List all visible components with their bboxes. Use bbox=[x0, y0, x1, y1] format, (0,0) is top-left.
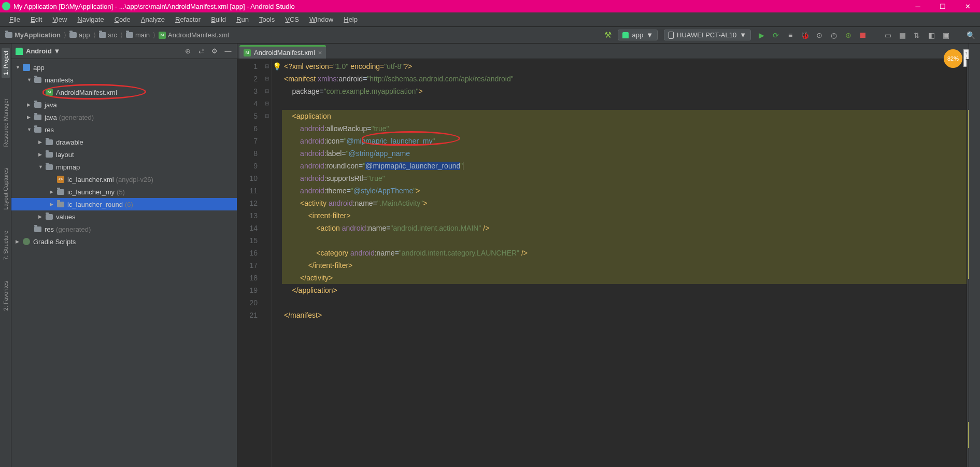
folder-icon bbox=[34, 227, 41, 232]
module-selector[interactable]: app ▼ bbox=[618, 30, 658, 40]
folder-icon bbox=[57, 189, 64, 195]
menu-window[interactable]: Window bbox=[304, 13, 338, 25]
avd-manager-icon[interactable]: ▭ bbox=[884, 31, 892, 39]
project-view-title[interactable]: Android ▼ bbox=[26, 47, 179, 55]
tree-item-java[interactable]: ▶java(generated) bbox=[11, 111, 237, 123]
menu-tools[interactable]: Tools bbox=[254, 13, 280, 25]
scroll-from-source-icon[interactable]: ⊕ bbox=[183, 47, 192, 56]
attach-debugger-button[interactable]: ⊙ bbox=[815, 31, 823, 39]
close-tab-icon[interactable]: × bbox=[318, 49, 322, 56]
folder-icon bbox=[99, 32, 106, 38]
tool-tab-7--structure[interactable]: 7: Structure bbox=[3, 231, 9, 260]
tool-tab-resource-manager[interactable]: Resource Manager bbox=[3, 98, 9, 147]
intention-gutter[interactable]: 💡 bbox=[272, 59, 282, 467]
menu-help[interactable]: Help bbox=[338, 13, 363, 25]
tool-tab-2--favorites[interactable]: 2: Favorites bbox=[3, 281, 9, 310]
menu-run[interactable]: Run bbox=[231, 13, 254, 25]
hide-tool-window-icon[interactable]: — bbox=[223, 47, 233, 56]
settings-gear-icon[interactable]: ⚙ bbox=[210, 47, 219, 56]
profiler-button[interactable]: ◷ bbox=[830, 31, 838, 39]
minimize-button[interactable]: ─ bbox=[905, 0, 930, 12]
menu-file[interactable]: File bbox=[4, 13, 25, 25]
expand-arrow-icon[interactable]: ▼ bbox=[16, 65, 21, 70]
tree-item-label: java bbox=[45, 114, 57, 121]
menu-refactor[interactable]: Refactor bbox=[170, 13, 206, 25]
toolbar-right: ⚒ app ▼ HUAWEI PCT-AL10 ▼ ▶ ⟳ ≡ 🐞 ⊙ ◷ ⊛ … bbox=[604, 30, 980, 40]
tree-item-ic-launcher-my[interactable]: ▶ic_launcher_my(5) bbox=[11, 186, 237, 198]
menu-vcs[interactable]: VCS bbox=[280, 13, 304, 25]
tree-item-layout[interactable]: ▶layout bbox=[11, 148, 237, 161]
apply-changes-button[interactable]: ⟳ bbox=[772, 31, 780, 39]
tool-tab-1--project[interactable]: 1: Project bbox=[2, 48, 10, 78]
code-editor[interactable]: 123456789101112131415161718192021 ⊟⊟⊟⊟⊟ … bbox=[237, 59, 980, 467]
fold-gutter[interactable]: ⊟⊟⊟⊟⊟ bbox=[262, 59, 272, 467]
expand-arrow-icon[interactable]: ▼ bbox=[38, 164, 44, 169]
profile-debug-button[interactable]: ⊛ bbox=[844, 31, 853, 39]
expand-arrow-icon[interactable]: ▶ bbox=[38, 152, 44, 157]
expand-arrow-icon[interactable]: ▼ bbox=[27, 77, 32, 82]
app-logo-icon bbox=[2, 2, 10, 10]
dropdown-icon: ▼ bbox=[740, 31, 746, 39]
sync-icon[interactable]: ⇅ bbox=[913, 31, 921, 39]
expand-arrow-icon[interactable]: ▶ bbox=[50, 202, 55, 207]
project-structure-icon[interactable]: ▣ bbox=[942, 31, 950, 39]
line-number-gutter: 123456789101112131415161718192021 bbox=[237, 59, 262, 467]
build-icon[interactable]: ⚒ bbox=[604, 30, 612, 40]
device-selector[interactable]: HUAWEI PCT-AL10 ▼ bbox=[664, 30, 751, 40]
breadcrumb-main[interactable]: main bbox=[126, 31, 150, 39]
tree-item-androidmanifest-xml[interactable]: MAndroidManifest.xml bbox=[11, 86, 237, 98]
project-tree[interactable]: ▼app▼manifestsMAndroidManifest.xml▶java▶… bbox=[11, 59, 237, 467]
expand-arrow-icon[interactable]: ▶ bbox=[50, 189, 55, 194]
tree-item-ic-launcher-round[interactable]: ▶ic_launcher_round(6) bbox=[11, 198, 237, 210]
stop-button[interactable] bbox=[859, 31, 867, 39]
tree-item-label: ic_launcher_round bbox=[67, 201, 123, 208]
xml-file-icon: <> bbox=[57, 176, 64, 183]
search-everywhere-icon[interactable]: 🔍 bbox=[967, 31, 975, 39]
debug-button[interactable]: 🐞 bbox=[801, 31, 809, 39]
menu-analyze[interactable]: Analyze bbox=[136, 13, 170, 25]
build-variants-icon[interactable]: ◧ bbox=[927, 31, 935, 39]
tree-item-res[interactable]: res(generated) bbox=[11, 223, 237, 235]
tree-item-values[interactable]: ▶values bbox=[11, 210, 237, 223]
tree-item-suffix: (anydpi-v26) bbox=[116, 176, 153, 183]
folder-icon bbox=[34, 102, 41, 108]
expand-arrow-icon[interactable]: ▶ bbox=[38, 214, 44, 219]
breadcrumb-androidmanifest-xml[interactable]: MAndroidManifest.xml bbox=[159, 31, 229, 39]
tree-item-drawable[interactable]: ▶drawable bbox=[11, 136, 237, 148]
tree-item-ic-launcher-xml[interactable]: <>ic_launcher.xml(anydpi-v26) bbox=[11, 173, 237, 186]
expand-arrow-icon[interactable]: ▶ bbox=[38, 139, 44, 145]
tree-item-gradle-scripts[interactable]: ▶Gradle Scripts bbox=[11, 235, 237, 248]
run-button[interactable]: ▶ bbox=[757, 31, 765, 39]
menu-build[interactable]: Build bbox=[206, 13, 231, 25]
folder-icon bbox=[34, 127, 41, 133]
tree-item-java[interactable]: ▶java bbox=[11, 98, 237, 111]
breadcrumb-app[interactable]: app bbox=[69, 31, 90, 39]
maximize-button[interactable]: ☐ bbox=[930, 0, 955, 12]
menu-code[interactable]: Code bbox=[109, 13, 136, 25]
tree-item-app[interactable]: ▼app bbox=[11, 61, 237, 74]
tool-tab-layout-captures[interactable]: Layout Captures bbox=[3, 168, 9, 210]
menu-edit[interactable]: Edit bbox=[25, 13, 47, 25]
close-button[interactable]: ✕ bbox=[955, 0, 980, 12]
manifest-file-icon: M bbox=[159, 32, 166, 39]
expand-arrow-icon[interactable]: ▶ bbox=[27, 102, 32, 107]
breadcrumb-myapplication[interactable]: MyApplication bbox=[5, 31, 61, 39]
editor-tab-androidmanifest[interactable]: M AndroidManifest.xml × bbox=[239, 45, 326, 59]
manifest-file-icon: M bbox=[46, 89, 53, 96]
folder-icon bbox=[46, 152, 53, 158]
breadcrumb-src[interactable]: src bbox=[99, 31, 117, 39]
tree-item-mipmap[interactable]: ▼mipmap bbox=[11, 161, 237, 173]
menu-view[interactable]: View bbox=[47, 13, 72, 25]
flatten-packages-icon[interactable]: ⇄ bbox=[196, 47, 206, 56]
code-text[interactable]: <?xml version="1.0" encoding="utf-8"?><m… bbox=[282, 59, 967, 467]
expand-arrow-icon[interactable]: ▼ bbox=[27, 127, 32, 132]
tree-item-manifests[interactable]: ▼manifests bbox=[11, 74, 237, 86]
expand-arrow-icon[interactable]: ▶ bbox=[16, 239, 21, 244]
sdk-manager-icon[interactable]: ▦ bbox=[898, 31, 906, 39]
expand-arrow-icon[interactable]: ▶ bbox=[27, 115, 32, 120]
folder-icon bbox=[69, 32, 77, 38]
project-tool-window: Android ▼ ⊕ ⇄ ⚙ — ▼app▼manifestsMAndroid… bbox=[11, 44, 237, 467]
menu-navigate[interactable]: Navigate bbox=[72, 13, 109, 25]
coverage-button[interactable]: ≡ bbox=[786, 31, 794, 39]
tree-item-res[interactable]: ▼res bbox=[11, 123, 237, 136]
